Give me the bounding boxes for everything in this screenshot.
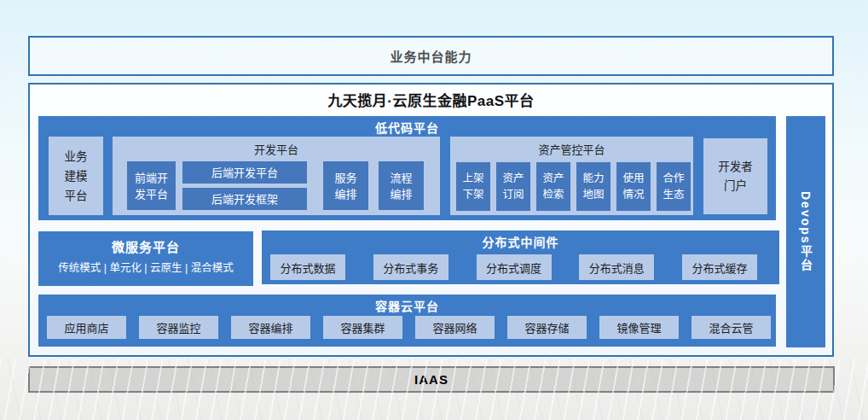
- iaas-label: IAAS: [414, 372, 448, 387]
- iaas-bar: IAAS: [28, 366, 835, 393]
- developer-portal-box: 开发者 门户: [703, 138, 767, 214]
- process-orchestration-box: 流程 编排: [379, 161, 424, 210]
- container-item-image-mgmt: 镜像管理: [599, 316, 679, 339]
- backend-dev-platform-box: 后端开发平台: [182, 161, 307, 184]
- frontend-dev-box: 前端开 发平台: [127, 161, 176, 210]
- asset-platform-label: 资产管控平台: [450, 137, 693, 157]
- section-middleware: 分布式中间件 分布式数据 分布式事务 分布式调度 分布式消息 分布式缓存: [262, 230, 779, 284]
- platform-title: 九天揽月·云原生金融PaaS平台: [30, 89, 832, 110]
- middleware-item-scheduling: 分布式调度: [477, 254, 552, 280]
- container-item-row: 应用商店 容器监控 容器编排 容器集群 容器网络 容器存储 镜像管理 混合云管: [47, 316, 771, 339]
- section-microservice: 微服务平台 传统模式 | 单元化 | 云原生 | 混合模式: [38, 231, 253, 286]
- container-item-storage: 容器存储: [507, 316, 587, 339]
- dev-platform-label: 开发平台: [113, 137, 440, 157]
- business-modeling-box: 业务 建模 平台: [49, 137, 103, 215]
- middleware-item-data: 分布式数据: [270, 254, 345, 280]
- container-item-cluster: 容器集群: [323, 316, 402, 339]
- middleware-item-cache: 分布式缓存: [682, 254, 757, 280]
- asset-item-ecosystem: 合作 生态: [657, 162, 691, 211]
- section-container-cloud: 容器云平台 应用商店 容器监控 容器编排 容器集群 容器网络 容器存储 镜像管理…: [38, 295, 776, 347]
- asset-item-usage: 使用 情况: [616, 162, 651, 211]
- container-item-network: 容器网络: [415, 316, 495, 339]
- backend-dev-framework-box: 后端开发框架: [182, 188, 307, 210]
- asset-item-subscribe: 资产 订阅: [496, 162, 530, 211]
- banner-label: 业务中台能力: [390, 47, 472, 65]
- container-item-hybrid-cloud: 混合云管: [692, 316, 771, 339]
- asset-item-capability-map: 能力 地图: [576, 162, 610, 211]
- middleware-item-row: 分布式数据 分布式事务 分布式调度 分布式消息 分布式缓存: [270, 254, 757, 280]
- asset-item-search: 资产 检索: [536, 162, 570, 211]
- container-item-monitoring: 容器监控: [139, 316, 218, 339]
- dev-platform-group: 开发平台 前端开 发平台 后端开发平台 后端开发框架 服务 编排 流程 编排: [113, 137, 440, 215]
- asset-item-onboard: 上架 下架: [456, 162, 490, 211]
- asset-platform-group: 资产管控平台 上架 下架 资产 订阅 资产 检索 能力 地图 使用 情况 合作 …: [450, 137, 693, 215]
- container-cloud-title: 容器云平台: [38, 295, 776, 314]
- business-capability-banner: 业务中台能力: [28, 36, 834, 76]
- section-lowcode: 低代码平台 业务 建模 平台 开发平台 前端开 发平台 后端开发平台 后端开发框…: [38, 116, 776, 220]
- middleware-title: 分布式中间件: [262, 230, 779, 250]
- service-orchestration-box: 服务 编排: [323, 161, 368, 210]
- container-item-app-store: 应用商店: [47, 316, 126, 339]
- middleware-item-message: 分布式消息: [579, 254, 654, 280]
- devops-bar: Devops平台: [786, 116, 825, 347]
- microservice-title: 微服务平台: [38, 231, 253, 255]
- asset-item-row: 上架 下架 资产 订阅 资产 检索 能力 地图 使用 情况 合作 生态: [456, 162, 691, 211]
- page-background: 业务中台能力 九天揽月·云原生金融PaaS平台 低代码平台 业务 建模 平台 开…: [0, 0, 868, 420]
- lowcode-title: 低代码平台: [38, 116, 776, 136]
- container-item-orchestration: 容器编排: [231, 316, 310, 339]
- middleware-item-transaction: 分布式事务: [373, 254, 448, 280]
- paas-platform-panel: 九天揽月·云原生金融PaaS平台 低代码平台 业务 建模 平台 开发平台 前端开…: [28, 83, 834, 357]
- microservice-modes: 传统模式 | 单元化 | 云原生 | 混合模式: [38, 255, 253, 275]
